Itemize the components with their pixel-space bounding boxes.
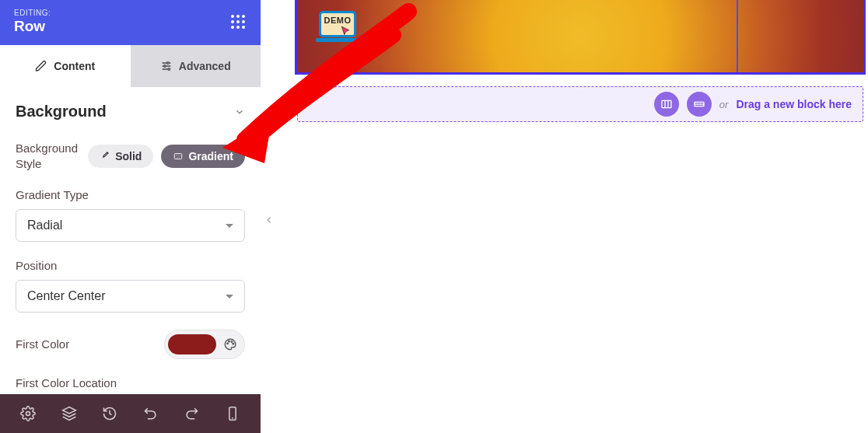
first-color-location-field: First Color Location <box>16 376 245 389</box>
demo-screen: DEMO <box>319 11 356 37</box>
first-color-swatch[interactable] <box>168 334 216 354</box>
svg-point-14 <box>26 412 30 416</box>
drop-bar[interactable]: or Drag a new block here <box>297 86 863 122</box>
editing-label: EDITING: <box>14 9 51 17</box>
caret-down-icon <box>226 295 233 299</box>
layers-button[interactable] <box>57 401 82 426</box>
demo-base <box>316 38 359 42</box>
svg-point-7 <box>180 155 180 155</box>
gradient-type-value: Radial <box>27 218 62 232</box>
tab-advanced[interactable]: Advanced <box>131 45 261 87</box>
row-icon <box>693 98 705 110</box>
history-icon <box>102 406 117 421</box>
tabs: Content Advanced <box>0 45 261 87</box>
svg-marker-15 <box>62 407 75 414</box>
position-label: Position <box>16 259 245 272</box>
preview-selection[interactable] <box>737 0 861 72</box>
bottom-bar <box>0 394 261 433</box>
panel-title-wrap: EDITING: Row <box>14 9 51 35</box>
columns-icon <box>660 98 673 110</box>
background-section-title: Background <box>16 103 107 120</box>
tab-content[interactable]: Content <box>0 45 131 87</box>
panel-body: Background Background Style Solid <box>0 87 261 394</box>
first-color-row: First Color <box>16 330 245 359</box>
background-section-header[interactable]: Background <box>16 103 245 120</box>
svg-point-2 <box>168 68 170 71</box>
tab-content-label: Content <box>54 60 95 72</box>
svg-point-5 <box>177 155 177 155</box>
sliders-icon <box>160 60 173 72</box>
row-title: Row <box>14 19 51 35</box>
redo-icon <box>184 406 199 421</box>
svg-point-9 <box>179 156 180 157</box>
svg-point-13 <box>233 344 234 345</box>
gradient-icon <box>173 151 184 162</box>
gradient-button[interactable]: Gradient <box>161 145 245 168</box>
mobile-icon <box>225 406 240 421</box>
caret-down-icon <box>226 224 233 228</box>
gradient-type-field: Gradient Type Radial <box>16 188 245 242</box>
svg-point-6 <box>178 155 179 155</box>
cursor-icon <box>340 26 351 37</box>
gradient-type-select[interactable]: Radial <box>16 209 245 242</box>
preview-row[interactable]: DEMO <box>295 0 866 75</box>
drop-or-text: or <box>719 99 729 110</box>
svg-rect-3 <box>175 153 182 159</box>
background-style-toggle: Solid Gradient <box>88 145 245 168</box>
svg-point-10 <box>227 343 229 344</box>
position-value: Center Center <box>27 289 106 303</box>
solid-label: Solid <box>115 150 142 162</box>
collapse-panel-handle[interactable] <box>262 210 276 230</box>
svg-point-0 <box>166 62 169 65</box>
position-select[interactable]: Center Center <box>16 280 245 313</box>
chevron-left-icon <box>264 215 275 225</box>
position-field: Position Center Center <box>16 259 245 313</box>
layers-icon <box>61 406 77 421</box>
settings-button[interactable] <box>16 401 40 426</box>
demo-text: DEMO <box>321 16 354 25</box>
gear-icon <box>20 406 36 421</box>
svg-point-1 <box>163 65 166 68</box>
solid-button[interactable]: Solid <box>88 145 153 168</box>
first-color-picker[interactable] <box>164 330 245 359</box>
eyedropper-icon <box>100 151 110 162</box>
palette-button[interactable] <box>219 333 241 355</box>
gradient-type-label: Gradient Type <box>16 188 245 201</box>
background-style-label: Background Style <box>16 141 88 171</box>
svg-rect-18 <box>662 100 671 107</box>
redo-button[interactable] <box>179 401 204 426</box>
first-color-location-label: First Color Location <box>16 376 245 389</box>
svg-point-12 <box>231 341 233 343</box>
gradient-label: Gradient <box>188 150 233 162</box>
palette-icon <box>223 337 237 351</box>
pencil-icon <box>35 60 47 72</box>
undo-icon <box>143 406 159 421</box>
history-button[interactable] <box>97 401 122 426</box>
svg-point-8 <box>177 156 178 157</box>
undo-button[interactable] <box>138 401 163 426</box>
add-columns-button[interactable] <box>654 92 679 117</box>
drag-handle-icon[interactable] <box>229 13 247 30</box>
canvas: DEMO or Drag a new block here <box>261 0 868 433</box>
first-color-label: First Color <box>16 337 69 352</box>
svg-point-11 <box>229 341 230 343</box>
mobile-preview-button[interactable] <box>220 401 245 426</box>
panel-header: EDITING: Row <box>0 0 261 45</box>
background-style-row: Background Style Solid Gradient <box>16 141 245 171</box>
add-row-button[interactable] <box>687 92 712 117</box>
drag-block-text[interactable]: Drag a new block here <box>736 98 852 110</box>
chevron-down-icon <box>234 107 245 117</box>
svg-rect-4 <box>175 153 182 159</box>
left-panel: EDITING: Row Content Advanced Backgroun <box>0 0 261 433</box>
tab-advanced-label: Advanced <box>179 60 231 72</box>
demo-badge: DEMO <box>316 11 359 44</box>
